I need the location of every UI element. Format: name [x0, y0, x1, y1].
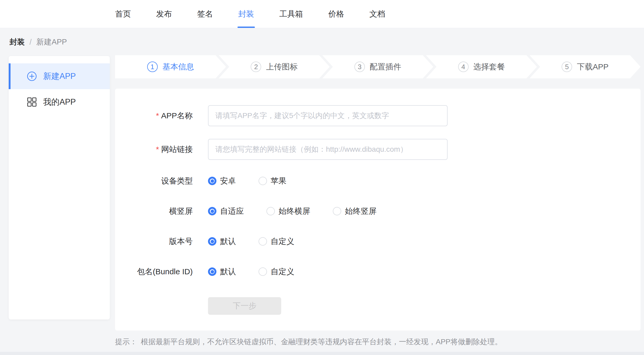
sidebar-item-label: 新建APP [43, 71, 76, 82]
sidebar: 新建APP 我的APP [9, 56, 110, 320]
sidebar-item-new-app[interactable]: 新建APP [9, 63, 110, 89]
nav-item-sign[interactable]: 签名 [197, 0, 213, 28]
step-wizard: 1 基本信息 2 上传图标 3 配置插件 4 选择套餐 5 下载APP [115, 55, 641, 78]
radio-selected-icon [208, 207, 216, 215]
field-label: 横竖屏 [115, 206, 193, 217]
step-label: 配置插件 [370, 62, 401, 72]
step-label: 选择套餐 [473, 62, 505, 72]
step-label: 基本信息 [162, 62, 194, 72]
field-label: *网站链接 [115, 144, 193, 155]
radio-label: 默认 [220, 236, 236, 247]
radio-label: 安卓 [220, 176, 236, 186]
radio-label: 自定义 [271, 266, 294, 277]
required-asterisk-icon: * [156, 111, 159, 120]
nav-item-publish[interactable]: 发布 [156, 0, 172, 28]
required-asterisk-icon: * [156, 145, 159, 154]
form-row-version: 版本号 默认 自定义 [115, 231, 641, 252]
tip-text: 根据最新平台规则，不允许区块链虚拟币、金融理财类等违规内容在平台封装，一经发现，… [141, 337, 502, 347]
nav-item-home[interactable]: 首页 [115, 0, 131, 28]
form-row-app-name: *APP名称 [115, 105, 641, 126]
step-number-badge: 3 [354, 62, 365, 72]
website-url-input[interactable] [208, 139, 448, 160]
radio-unselected-icon [259, 237, 267, 246]
sidebar-item-label: 我的APP [43, 97, 76, 108]
step-upload-icon: 2 上传图标 [219, 55, 330, 78]
breadcrumb-current: 新建APP [36, 37, 67, 47]
radio-android[interactable]: 安卓 [208, 176, 236, 186]
nav-item-toolbox[interactable]: 工具箱 [279, 0, 303, 28]
nav-item-price[interactable]: 价格 [328, 0, 344, 28]
nav-item-package[interactable]: 封装 [238, 0, 254, 28]
radio-ios[interactable]: 苹果 [259, 176, 286, 186]
breadcrumb-separator: / [29, 38, 32, 47]
radio-label: 始终竖屏 [345, 206, 377, 217]
field-label: *APP名称 [115, 110, 193, 121]
footer-strip [0, 352, 644, 355]
radio-selected-icon [208, 267, 216, 276]
radio-label: 始终横屏 [279, 206, 310, 217]
next-step-button[interactable]: 下一步 [208, 297, 281, 315]
breadcrumb: 封装 / 新建APP [0, 28, 644, 56]
step-number-badge: 5 [562, 62, 572, 72]
radio-version-custom[interactable]: 自定义 [259, 236, 294, 247]
main-nav: 首页 发布 签名 封装 工具箱 价格 文档 [115, 0, 410, 28]
app-name-input[interactable] [208, 105, 448, 126]
form-panel: *APP名称 *网站链接 设备类型 安卓 苹果 横 [115, 89, 641, 331]
grid-icon [27, 97, 37, 107]
nav-item-docs[interactable]: 文档 [369, 0, 385, 28]
radio-unselected-icon [259, 267, 267, 276]
step-number-badge: 4 [458, 62, 469, 72]
radio-auto-orientation[interactable]: 自适应 [208, 206, 244, 217]
step-label: 上传图标 [266, 62, 298, 72]
radio-label: 自适应 [220, 206, 244, 217]
radio-label: 苹果 [271, 176, 286, 186]
top-navigation-bar: 首页 发布 签名 封装 工具箱 价格 文档 [0, 0, 644, 28]
field-label: 版本号 [115, 236, 193, 247]
plus-circle-icon [27, 71, 37, 81]
form-row-bundle-id: 包名(Bundle ID) 默认 自定义 [115, 261, 641, 282]
step-label: 下载APP [577, 62, 608, 72]
field-label: 设备类型 [115, 176, 193, 186]
radio-always-landscape[interactable]: 始终横屏 [266, 206, 310, 217]
tip-label: 提示： [115, 337, 137, 347]
radio-unselected-icon [333, 207, 341, 215]
field-label: 包名(Bundle ID) [115, 266, 193, 277]
step-basic-info: 1 基本信息 [115, 55, 226, 78]
radio-bundle-custom[interactable]: 自定义 [259, 266, 294, 277]
step-configure-plugins: 3 配置插件 [322, 55, 433, 78]
radio-unselected-icon [266, 207, 275, 215]
breadcrumb-section[interactable]: 封装 [9, 37, 25, 47]
form-row-website-url: *网站链接 [115, 139, 641, 160]
radio-label: 自定义 [271, 236, 294, 247]
platform-rule-tip: 提示： 根据最新平台规则，不允许区块链虚拟币、金融理财类等违规内容在平台封装，一… [115, 337, 502, 347]
form-row-orientation: 横竖屏 自适应 始终横屏 始终竖屏 [115, 201, 641, 222]
step-download-app: 5 下载APP [529, 55, 641, 78]
step-choose-plan: 4 选择套餐 [426, 55, 537, 78]
radio-version-default[interactable]: 默认 [208, 236, 236, 247]
form-row-device-type: 设备类型 安卓 苹果 [115, 170, 641, 191]
radio-label: 默认 [220, 266, 236, 277]
radio-bundle-default[interactable]: 默认 [208, 266, 236, 277]
radio-unselected-icon [259, 177, 267, 185]
step-number-badge: 1 [147, 62, 158, 72]
radio-selected-icon [208, 177, 216, 185]
radio-always-portrait[interactable]: 始终竖屏 [333, 206, 377, 217]
radio-selected-icon [208, 237, 216, 246]
step-number-badge: 2 [251, 62, 261, 72]
sidebar-item-my-apps[interactable]: 我的APP [9, 89, 110, 115]
